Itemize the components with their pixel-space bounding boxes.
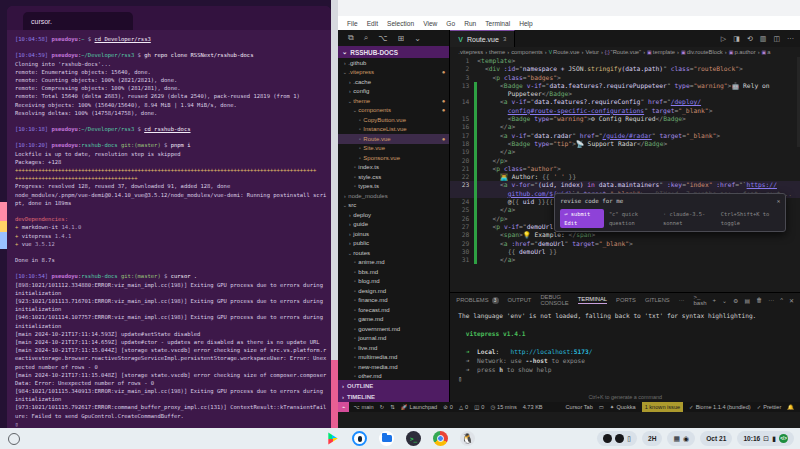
source-control-icon[interactable]: ⌥ [378, 34, 387, 43]
tree-item-components[interactable]: ⌄components● [338, 106, 449, 116]
status-item-arrows[interactable]: ⇅ [390, 404, 395, 410]
terminal-output[interactable]: [10:04:58] pseudoyu:~ $ cd Developer/rss… [7, 30, 331, 428]
tree-item-index-ts[interactable]: ▫index.ts [338, 163, 449, 173]
tray-pill[interactable]: ▦◉ [667, 431, 695, 446]
panel-terminal-output[interactable]: The language 'env' is not loaded, fallin… [450, 307, 800, 402]
menu-item-go[interactable]: Go [442, 20, 459, 27]
menu-item-edit[interactable]: Edit [363, 20, 382, 27]
status-item-quokka[interactable]: ✦Quokka [610, 404, 636, 410]
close-icon[interactable]: ✕ [789, 297, 794, 304]
split-icon[interactable]: ◫ [773, 35, 780, 43]
terminal-titlebar[interactable]: cursor. [7, 6, 331, 30]
tree-item-config[interactable]: ›config [338, 87, 449, 97]
code-line[interactable]: 13 <Badge v-if="data.features?.requirePu… [450, 82, 800, 90]
status-item-biome-1-1-4-bundled-[interactable]: ✓Biome 1.1.4 (bundled) [689, 404, 751, 410]
tree-item-new-media-md[interactable]: ▫new-media.md [338, 362, 449, 372]
plus-icon[interactable]: + [713, 297, 717, 303]
code-line[interactable]: 18 <Badge type="tip">📡 Support Radar</Ba… [450, 140, 800, 148]
status-item-main[interactable]: ⌥main [353, 404, 373, 410]
code-line[interactable]: 28 <span>💡 Example: </span> [450, 231, 800, 239]
tree-item-types-ts[interactable]: ▫types.ts [338, 182, 449, 192]
tree-item-forecast-md[interactable]: ▫forecast.md [338, 305, 449, 315]
tree-item-route-vue[interactable]: ▫Route.vue● [338, 134, 449, 144]
tree-item-style-css[interactable]: ▫style.css [338, 172, 449, 182]
code-line[interactable]: 31 </a> [450, 256, 800, 264]
tree-item-government-md[interactable]: ▫government.md [338, 324, 449, 334]
gear-icon[interactable]: ⚙ [733, 297, 738, 304]
tray-pill[interactable]: Oct 21 [700, 431, 732, 446]
code-line[interactable]: Puppeteer</Badge> [450, 90, 800, 98]
breadcrumb-item[interactable]: Vetur [585, 49, 599, 55]
shelf-app-terminal-app[interactable]: >_ [406, 431, 421, 446]
more-icon[interactable]: ··· [768, 297, 774, 303]
tree-item-journal-md[interactable]: ▫journal.md [338, 334, 449, 344]
ai-model-select[interactable]: · claude-3.5-sonnet [663, 210, 715, 227]
shelf-app-linux-terminal[interactable]: 🐧 [460, 431, 475, 446]
status-item-15-mins[interactable]: ◷15 mins [490, 404, 516, 410]
chevron-down-icon[interactable]: ⌄ [414, 34, 421, 43]
tree-item-src[interactable]: ⌄src [338, 201, 449, 211]
code-line[interactable]: 22 👨‍💻 Author: {{ ' ' }} [450, 173, 800, 181]
run-icon[interactable]: ▷ [721, 35, 726, 43]
panel-split-icon[interactable]: ▤ [744, 297, 750, 304]
panel-tab-gitlens[interactable]: GITLENS [645, 297, 670, 303]
status-item-monitor[interactable]: ▭ [599, 404, 604, 410]
breadcrumb-item[interactable]: {;}"Route.vue" [605, 49, 641, 55]
terminal-tab[interactable]: cursor. [23, 12, 133, 30]
breadcrumb-item[interactable]: theme [489, 49, 505, 55]
tree-item-copybutton-vue[interactable]: ▫CopyButton.vue [338, 115, 449, 125]
status-item-4-73-kb[interactable]: 4.73 KB [523, 404, 543, 410]
panel-tab-ports[interactable]: PORTS [616, 297, 636, 303]
code-line[interactable]: 20 </p> [450, 157, 800, 165]
breadcrumb-item[interactable]: .vitepress [458, 49, 483, 55]
ai-widget-close-icon[interactable]: ✕ [777, 197, 781, 205]
panel-tab-problems[interactable]: PROBLEMS3 [456, 297, 498, 304]
menu-item-run[interactable]: Run [460, 20, 480, 27]
tray-pill[interactable]: 10:16⊡▮</> [737, 431, 794, 446]
status-item-bell[interactable]: 🔔 [787, 404, 794, 410]
tree-item-sponsors-vue[interactable]: ▫Sponsors.vue [338, 153, 449, 163]
status-item-launchpad[interactable]: 🚀Launchpad [401, 404, 437, 410]
code-line[interactable]: 2 <div :id="namespace + JSON.stringify(d… [450, 65, 800, 73]
tree-item--github[interactable]: ›.github [338, 58, 449, 68]
tray-pill[interactable]: 2H [642, 431, 662, 446]
status-item-0[interactable]: △0 [459, 404, 468, 410]
ai-submit-button[interactable]: ⏎ submit Edit [560, 209, 604, 228]
tree-item-site-vue[interactable]: ▫Site.vue [338, 144, 449, 154]
tree-item-blog-md[interactable]: ▫blog.md [338, 277, 449, 287]
shell-selector[interactable]: >_ bash [694, 294, 707, 306]
breadcrumb-item[interactable]: VRoute.vue [549, 49, 580, 55]
diff-icon[interactable]: ◨ [733, 35, 740, 43]
code-line[interactable]: 15 <Badge type="warning">⚙ Config Requir… [450, 115, 800, 123]
status-item-prettier[interactable]: ✓Prettier [757, 404, 782, 410]
menu-item-terminal[interactable]: Terminal [481, 20, 514, 27]
status-item-1-known-issue[interactable]: 1 known issue [642, 402, 683, 412]
panel-tab-debug-console[interactable]: DEBUG CONSOLE [540, 294, 568, 306]
tree-item-routes[interactable]: ⌄routes [338, 248, 449, 258]
code-line[interactable]: 16 </a> [450, 123, 800, 131]
tree-item-other-md[interactable]: ▫other.md [338, 372, 449, 381]
code-area[interactable]: revise code for me ✕ ⏎ submit Edit "c" q… [450, 57, 800, 292]
status-item-0[interactable]: ⊘0 [443, 404, 453, 410]
search-icon[interactable]: ⌕ [364, 33, 368, 43]
code-line[interactable]: 14 <a v-if="data.features?.requireConfig… [450, 98, 800, 106]
tree-item-guide[interactable]: ›guide [338, 220, 449, 230]
breadcrumb-item[interactable]: ▣p.author [729, 49, 756, 55]
up-icon[interactable]: ^ [780, 297, 783, 303]
panel-tab-terminal[interactable]: TERMINAL [578, 296, 607, 304]
tree-item-bbs-md[interactable]: ▫bbs.md [338, 267, 449, 277]
menu-item-selection[interactable]: Selection [383, 20, 418, 27]
panel-tab--[interactable]: ··· [679, 297, 685, 303]
menu-item-view[interactable]: View [419, 20, 441, 27]
shelf-app-one-password[interactable] [352, 431, 367, 446]
tree-item-public[interactable]: ›public [338, 239, 449, 249]
shelf-app-play-store[interactable] [325, 431, 340, 446]
breadcrumb-item[interactable]: ▣a [762, 49, 771, 55]
editor-caption-bar[interactable] [338, 0, 800, 16]
tree-item-design-md[interactable]: ▫design.md [338, 286, 449, 296]
code-line[interactable]: 29 <a :href="demoUrl" target="_blank"> [450, 240, 800, 248]
tree-item--cache[interactable]: ›.cache [338, 77, 449, 87]
tree-item-multimedia-md[interactable]: ▫multimedia.md [338, 353, 449, 363]
panel-tab-output[interactable]: OUTPUT [508, 297, 532, 303]
code-line[interactable]: 23 <a v-for="(uid, index) in data.mainta… [450, 181, 800, 189]
